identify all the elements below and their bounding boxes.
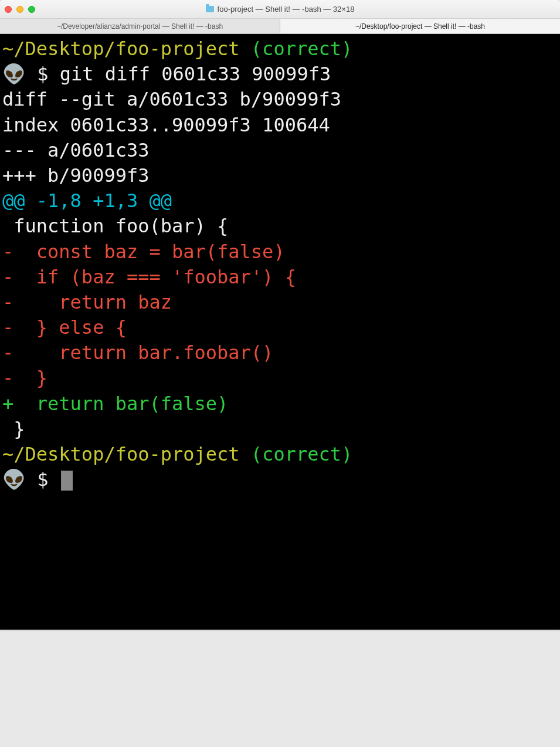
terminal-output[interactable]: ~/Desktop/foo-project (correct)👽 $ git d… xyxy=(0,34,560,630)
diff-removed: - if (baz === 'foobar') { xyxy=(2,265,558,290)
diff-added: + return bar(false) xyxy=(2,391,558,417)
tab-label: ~/Desktop/foo-project — Shell it! — -bas… xyxy=(355,22,485,31)
terminal-window: foo-project — Shell it! — -bash — 32×18 … xyxy=(0,0,560,630)
window-titlebar: foo-project — Shell it! — -bash — 32×18 xyxy=(0,0,560,19)
tab-admin-portal[interactable]: ~/Developer/alianza/admin-portal — Shell… xyxy=(0,19,280,33)
prompt-emoji-icon: 👽 xyxy=(2,468,26,491)
tab-bar: ~/Developer/alianza/admin-portal — Shell… xyxy=(0,19,560,34)
command-text: git diff 0601c33 90099f3 xyxy=(60,63,331,85)
minimize-icon[interactable] xyxy=(16,6,23,13)
prompt-symbol: $ xyxy=(37,468,48,491)
window-title-text: foo-project — Shell it! — -bash — 32×18 xyxy=(218,5,355,13)
tab-label: ~/Developer/alianza/admin-portal — Shell… xyxy=(57,22,223,31)
tab-foo-project[interactable]: ~/Desktop/foo-project — Shell it! — -bas… xyxy=(280,19,560,33)
prompt-path: ~/Desktop/foo-project xyxy=(2,443,240,465)
window-controls xyxy=(5,6,35,13)
diff-context: } xyxy=(2,417,558,442)
prompt-emoji-icon: 👽 xyxy=(2,63,26,85)
window-title: foo-project — Shell it! — -bash — 32×18 xyxy=(0,5,560,13)
close-icon[interactable] xyxy=(5,6,12,13)
prompt-path: ~/Desktop/foo-project xyxy=(2,38,240,60)
diff-file-a: --- a/0601c33 xyxy=(2,138,558,163)
diff-file-b: +++ b/90099f3 xyxy=(2,163,558,188)
diff-removed: - const baz = bar(false) xyxy=(2,239,558,265)
diff-removed: - } else { xyxy=(2,315,558,340)
git-branch: (correct) xyxy=(251,443,352,465)
git-branch: (correct) xyxy=(251,38,352,60)
cursor-icon xyxy=(61,471,73,491)
diff-context: function foo(bar) { xyxy=(2,214,558,239)
diff-removed: - return baz xyxy=(2,290,558,315)
diff-header: diff --git a/0601c33 b/90099f3 xyxy=(2,87,558,112)
diff-removed: - } xyxy=(2,366,558,391)
folder-icon xyxy=(206,6,214,12)
diff-removed: - return bar.foobar() xyxy=(2,340,558,366)
prompt-symbol: $ xyxy=(37,63,48,85)
diff-index: index 0601c33..90099f3 100644 xyxy=(2,113,558,138)
maximize-icon[interactable] xyxy=(28,6,35,13)
diff-hunk: @@ -1,8 +1,3 @@ xyxy=(2,188,558,214)
